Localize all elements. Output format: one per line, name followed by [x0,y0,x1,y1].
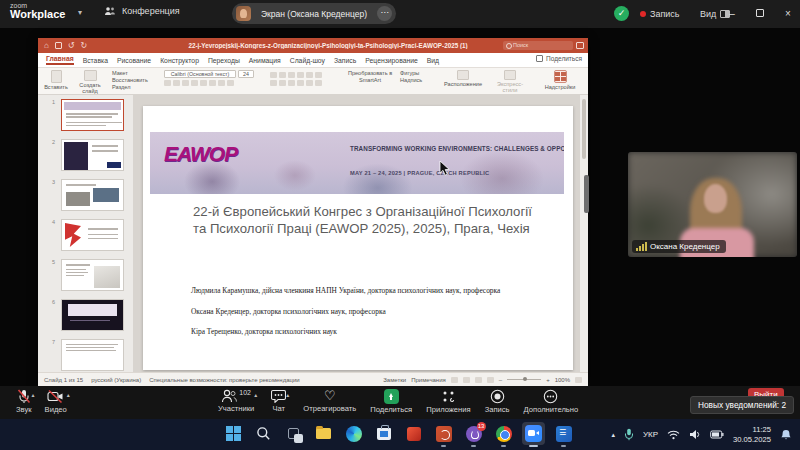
zoom-slider-handle[interactable] [523,377,527,381]
tray-mic-icon[interactable] [624,428,634,441]
smartart-button[interactable]: Преобразовать в SmartArt [344,70,396,84]
participants-button[interactable]: 102 Участники [218,389,254,414]
tab-animations[interactable]: Анимация [249,57,281,64]
section-button[interactable]: Раздел [112,84,158,91]
tab-design[interactable]: Конструктор [160,57,199,64]
taskbar-search-button[interactable] [252,422,275,445]
language-indicator[interactable]: русский (Украина) [91,377,141,383]
edge-button[interactable] [342,422,365,445]
chat-button[interactable]: Чат [271,389,286,414]
speaker-icon[interactable] [689,429,701,440]
minimize-button[interactable]: – [720,0,744,28]
shapes-button[interactable]: Фигуры [400,70,436,77]
powerpoint-taskbar-button[interactable] [432,422,455,445]
chrome-button[interactable] [492,422,515,445]
slide-thumbnail-panel[interactable]: 1 2 3 4 5 [38,95,133,372]
wifi-icon[interactable] [667,430,680,440]
tray-overflow-chevron-icon[interactable]: ▴ [611,431,615,439]
accessibility-status[interactable]: Специальные возможности: проверьте реком… [149,377,299,383]
slide-sorter-icon[interactable] [463,377,470,383]
task-view-button[interactable] [282,422,305,445]
reset-button[interactable]: Восстановить [112,77,158,84]
video-panel-handle[interactable] [584,175,589,213]
slide-thumbnail-4[interactable]: 4 [52,219,124,251]
tab-slideshow[interactable]: Слайд-шоу [290,57,325,64]
present-icon[interactable] [576,42,584,49]
list-buttons[interactable] [270,72,340,78]
workspace-dropdown-icon[interactable]: ▾ [78,8,82,17]
slide-authors[interactable]: Людмила Карамушка, дійсна членкиня НАПН … [191,286,551,348]
paste-button[interactable]: Вставить [43,70,69,90]
search-input[interactable]: Поиск [503,41,573,50]
home-icon[interactable]: ⌂ [44,41,49,50]
normal-view-icon[interactable] [451,377,458,383]
participants-chevron-icon[interactable]: ▴ [254,391,257,398]
meeting-tab[interactable]: Конференция [104,6,180,16]
fit-to-window-icon[interactable] [575,377,582,383]
more-button[interactable]: Дополнительно [524,389,579,414]
language-switcher[interactable]: УКР [643,430,658,439]
video-options-chevron-icon[interactable]: ▴ [67,391,70,398]
close-button[interactable]: × [776,0,800,28]
comments-button[interactable]: Примечания [411,377,446,383]
tab-record[interactable]: Запись [334,57,356,64]
slide-thumbnail-2[interactable]: 2 [52,139,124,171]
slide-thumbnail-5[interactable]: 5 [52,259,124,291]
arrange-button[interactable]: Расположение [440,70,486,87]
share-button[interactable]: Поделиться [536,55,582,62]
font-size-select[interactable]: 24 [238,70,254,78]
font-format-buttons[interactable] [164,80,260,86]
battery-icon[interactable] [710,430,724,439]
screen-share-tab[interactable]: Экран (Оксана Креденцер) ⋯ [232,3,396,24]
apps-button[interactable]: Приложения [426,389,470,414]
reading-view-icon[interactable] [475,377,482,383]
microsoft-365-button[interactable] [402,422,425,445]
addins-button[interactable]: Надстройки [538,70,582,90]
slideshow-icon[interactable] [487,377,494,383]
screen-share-options-icon[interactable]: ⋯ [377,6,392,21]
file-explorer-button[interactable] [312,422,335,445]
slide-thumbnail-1[interactable]: 1 [52,99,124,131]
video-button[interactable]: Видео [45,389,67,414]
textbox-button[interactable]: Надпись [400,77,436,84]
zoom-slider[interactable] [507,379,541,380]
tab-insert[interactable]: Вставка [83,57,108,64]
zoom-out-button[interactable]: – [499,377,502,383]
record-button[interactable]: Запись [485,389,510,414]
slide-thumbnail-3[interactable]: 3 [52,179,124,211]
quick-styles-button[interactable]: Экспресс-стили [490,70,530,93]
store-button[interactable] [372,422,395,445]
slide-thumbnail-7[interactable]: 7 [52,339,124,371]
slide-thumbnail-6[interactable]: 6 [52,299,124,331]
audio-button[interactable]: Звук [16,389,32,414]
zoom-percentage[interactable]: 100% [555,377,570,383]
tab-transitions[interactable]: Переходы [208,57,240,64]
notes-button[interactable]: Заметки [383,377,406,383]
redo-icon[interactable]: ↻ [81,41,88,50]
layout-button[interactable]: Макет [112,70,158,77]
security-shield-icon[interactable]: ✓ [614,6,629,21]
align-buttons[interactable] [270,80,340,86]
chat-chevron-icon[interactable]: ▴ [286,391,289,398]
slide-title[interactable]: 22-й Європейський Конгрес з Організаційн… [193,203,539,238]
notification-bell-icon[interactable] [780,429,792,441]
zoom-in-button[interactable]: + [546,377,550,383]
tab-review[interactable]: Рецензирование [365,57,417,64]
reactions-button[interactable]: ♡ Отреагировать [303,389,356,414]
tab-home[interactable]: Главная [46,55,74,65]
new-slide-button[interactable]: Создать слайд [74,70,106,94]
current-slide[interactable]: EAWOP TRANSFORMING WORKING ENVIRONMENTS:… [143,106,573,370]
taskbar-clock[interactable]: 11:25 30.05.2025 [733,425,771,444]
audio-options-chevron-icon[interactable]: ▴ [32,391,35,398]
tab-view[interactable]: Вид [427,57,439,64]
save-icon[interactable] [55,42,62,49]
font-name-select[interactable]: Calibri (Основной текст) [164,70,236,78]
undo-icon[interactable]: ↺ [68,41,75,50]
tab-draw[interactable]: Рисование [117,57,151,64]
word-taskbar-button[interactable] [552,422,575,445]
participant-video-tile[interactable]: Оксана Креденцер [628,152,797,257]
maximize-button[interactable] [756,9,764,17]
screen-share-button[interactable]: Поделиться [370,389,412,414]
start-button[interactable] [222,422,245,445]
zoom-taskbar-button[interactable] [522,422,545,445]
